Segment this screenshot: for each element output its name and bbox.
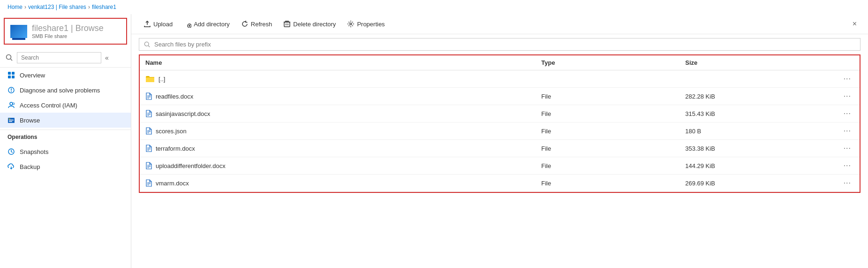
- properties-icon: [347, 20, 355, 28]
- close-button[interactable]: ×: [849, 18, 860, 30]
- file-search-icon: [144, 41, 151, 48]
- sidebar-item-overview[interactable]: Overview: [0, 68, 131, 83]
- more-actions-button[interactable]: ···: [841, 74, 854, 84]
- backup-label: Backup: [20, 163, 40, 170]
- table-row: scores.json File 180 B ···: [140, 123, 860, 140]
- file-actions-cell: ···: [823, 88, 860, 105]
- more-actions-button[interactable]: ···: [841, 143, 854, 153]
- file-actions-cell: ···: [823, 70, 860, 88]
- more-actions-button[interactable]: ···: [841, 91, 854, 101]
- upload-button[interactable]: Upload: [139, 18, 177, 30]
- file-type-cell: File: [536, 175, 679, 192]
- sidebar-item-iam[interactable]: Access Control (IAM): [0, 98, 131, 113]
- snapshots-label: Snapshots: [20, 148, 48, 155]
- more-actions-button[interactable]: ···: [841, 108, 854, 119]
- file-size-cell: 144.29 KiB: [679, 157, 823, 175]
- svg-rect-12: [9, 120, 14, 121]
- delete-icon: [283, 20, 291, 28]
- breadcrumb-fileshares[interactable]: venkat123 | File shares: [28, 4, 86, 10]
- svg-rect-3: [12, 72, 15, 75]
- file-type-cell: File: [536, 105, 679, 123]
- file-size-cell: 180 B: [679, 123, 823, 140]
- diagnose-label: Diagnose and solve problems: [20, 87, 100, 94]
- more-actions-button[interactable]: ···: [841, 178, 854, 188]
- svg-rect-2: [8, 72, 11, 75]
- file-search-input[interactable]: [154, 41, 855, 48]
- file-size-cell: 269.69 KiB: [679, 175, 823, 192]
- doc-icon: [145, 110, 152, 117]
- sidebar-item-snapshots[interactable]: Snapshots: [0, 144, 131, 159]
- svg-rect-19: [284, 22, 290, 27]
- file-name-cell: sasinjavascript.docx: [140, 105, 536, 123]
- svg-point-9: [10, 102, 13, 105]
- add-directory-button[interactable]: Add directory: [179, 18, 234, 30]
- table-row: sasinjavascript.docx File 315.43 KiB ···: [140, 105, 860, 123]
- col-header-size: Size: [679, 55, 823, 70]
- col-header-name: Name: [140, 55, 536, 70]
- upload-icon: [143, 20, 151, 28]
- sidebar-item-diagnose[interactable]: Diagnose and solve problems: [0, 83, 131, 98]
- file-name-cell: terraform.docx: [140, 140, 536, 157]
- file-type-cell: File: [536, 157, 679, 175]
- table-row: uploaddifferentfolder.docx File 144.29 K…: [140, 157, 860, 175]
- resource-header: fileshare1 | Browse SMB File share: [4, 18, 127, 45]
- page-title: fileshare1 | Browse: [32, 23, 104, 33]
- diagnose-icon: [8, 86, 15, 94]
- file-size-cell: 282.28 KiB: [679, 88, 823, 105]
- svg-point-0: [7, 55, 11, 60]
- table-row: terraform.docx File 353.38 KiB ···: [140, 140, 860, 157]
- file-table-wrapper: Name Type Size [..]: [139, 54, 860, 193]
- file-actions-cell: ···: [823, 123, 860, 140]
- breadcrumb-fileshare1[interactable]: fileshare1: [92, 4, 116, 10]
- doc-icon: [145, 92, 152, 100]
- file-name-text: uploaddifferentfolder.docx: [156, 162, 226, 169]
- browse-label: Browse: [20, 117, 40, 124]
- file-search-container: [131, 34, 868, 54]
- operations-section-header: Operations: [0, 130, 131, 144]
- breadcrumb-home[interactable]: Home: [8, 4, 23, 10]
- file-size-cell: 353.38 KiB: [679, 140, 823, 157]
- collapse-button[interactable]: «: [105, 54, 109, 61]
- refresh-button[interactable]: Refresh: [236, 18, 277, 30]
- resource-subtitle: SMB File share: [32, 33, 104, 39]
- folder-icon: [145, 75, 155, 83]
- resource-icon: [10, 25, 27, 38]
- file-name-text: readfiles.docx: [156, 93, 193, 100]
- col-header-type: Type: [536, 55, 679, 70]
- sidebar-search-input[interactable]: [17, 52, 101, 63]
- file-name-text: vmarm.docx: [156, 180, 189, 187]
- iam-label: Access Control (IAM): [20, 102, 77, 109]
- file-table: Name Type Size [..]: [140, 55, 860, 192]
- file-name-text: scores.json: [156, 128, 187, 135]
- file-actions-cell: ···: [823, 105, 860, 123]
- doc-icon: [145, 127, 152, 135]
- properties-button[interactable]: Properties: [342, 18, 389, 30]
- file-type-cell: File: [536, 140, 679, 157]
- file-name-cell: readfiles.docx: [140, 88, 536, 105]
- more-actions-button[interactable]: ···: [841, 126, 854, 136]
- col-header-actions: [823, 55, 860, 70]
- toolbar: Upload Add directory Refresh: [131, 14, 868, 34]
- refresh-icon: [241, 20, 249, 28]
- file-actions-cell: ···: [823, 140, 860, 157]
- more-actions-button[interactable]: ···: [841, 161, 854, 171]
- doc-icon: [145, 162, 152, 169]
- table-row: [..] ···: [140, 70, 860, 88]
- overview-icon: [8, 71, 15, 79]
- svg-rect-4: [8, 76, 11, 78]
- svg-line-1: [11, 59, 13, 61]
- file-size-cell: 315.43 KiB: [679, 105, 823, 123]
- table-row: readfiles.docx File 282.28 KiB ···: [140, 88, 860, 105]
- add-dir-icon: [184, 20, 191, 28]
- file-size-cell: [679, 70, 823, 88]
- svg-point-24: [144, 42, 149, 46]
- sidebar-item-browse[interactable]: Browse: [0, 113, 131, 128]
- file-name-cell[interactable]: [..]: [140, 70, 536, 88]
- delete-directory-button[interactable]: Delete directory: [279, 18, 340, 30]
- sidebar-item-backup[interactable]: Backup: [0, 159, 131, 174]
- svg-rect-5: [12, 76, 15, 78]
- svg-point-8: [11, 91, 12, 92]
- file-actions-cell: ···: [823, 157, 860, 175]
- svg-point-23: [350, 23, 352, 25]
- snapshots-icon: [8, 148, 15, 155]
